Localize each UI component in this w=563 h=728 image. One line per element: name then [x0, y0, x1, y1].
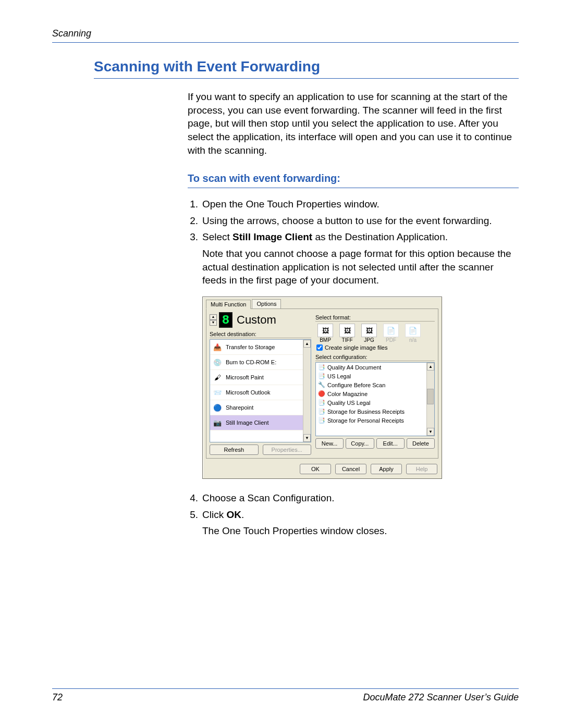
- scrollbar[interactable]: ▲ ▼: [303, 340, 311, 442]
- format-label: JPG: [364, 337, 374, 343]
- scroll-up-icon[interactable]: ▲: [427, 363, 434, 371]
- cfg-item[interactable]: 🔧 Configure Before Scan 🔒: [316, 380, 434, 389]
- button-name-label: Custom: [237, 313, 276, 327]
- bmp-icon: 🖼: [317, 324, 333, 337]
- dest-item-label: Burn to CD-ROM E:: [226, 359, 276, 365]
- intro-paragraph: If you want to specify an application to…: [188, 90, 519, 157]
- bold-text: OK: [226, 509, 241, 520]
- checkbox-input[interactable]: [316, 344, 323, 351]
- checkbox-label: Create single image files: [325, 344, 387, 351]
- step-text: Select Still Image Client as the Destina…: [202, 230, 519, 244]
- apply-button[interactable]: Apply: [371, 464, 402, 474]
- format-label: n/a: [409, 337, 417, 343]
- dest-item-label: Sharepoint: [226, 404, 253, 411]
- cfg-label: Quality US Legal: [327, 400, 423, 406]
- format-label: TIFF: [341, 337, 352, 343]
- outlook-icon: 📨: [212, 388, 223, 397]
- dest-item-sharepoint[interactable]: 🔵 Sharepoint: [210, 400, 311, 415]
- step-number: 1.: [188, 198, 202, 211]
- scroll-up-icon[interactable]: ▲: [303, 340, 311, 348]
- format-label: PDF: [386, 337, 396, 343]
- tab-multi-function[interactable]: Multi Function: [206, 300, 251, 309]
- cfg-label: Storage for Personal Receipts: [327, 417, 423, 424]
- step-number: 3.: [188, 230, 202, 244]
- guide-title: DocuMate 272 Scanner User’s Guide: [363, 692, 519, 703]
- dest-item-still-image-client[interactable]: 📷 Still Image Client: [210, 415, 311, 430]
- dest-item-label: Transfer to Storage: [226, 344, 275, 350]
- cancel-button[interactable]: Cancel: [335, 464, 366, 474]
- ok-button[interactable]: OK: [300, 464, 331, 474]
- configuration-list[interactable]: 📑 Quality A4 Document 🔒 📑 US Legal 🔒 🔧 C…: [315, 362, 435, 436]
- dest-item-microsoft-paint[interactable]: 🖌 Microsoft Paint: [210, 370, 311, 385]
- copy-button[interactable]: Copy...: [346, 438, 374, 449]
- step-list-continued: 4. Choose a Scan Configuration. 5. Click…: [188, 491, 519, 521]
- create-single-image-checkbox[interactable]: Create single image files: [316, 344, 435, 351]
- dest-item-label: Still Image Client: [226, 419, 269, 426]
- page-footer: 72 DocuMate 272 Scanner User’s Guide: [52, 688, 519, 703]
- step-note: Note that you cannot choose a page forma…: [202, 247, 519, 287]
- cfg-label: Storage for Business Receipts: [327, 409, 423, 415]
- page-icon: 📑: [318, 417, 325, 424]
- text-fragment: Click: [202, 509, 226, 520]
- spin-up-icon[interactable]: ▲: [210, 314, 217, 320]
- step-result: The One Touch Properties window closes.: [202, 524, 519, 538]
- step-text: Choose a Scan Configuration.: [202, 491, 519, 505]
- step-number: 2.: [188, 214, 202, 228]
- pdf-icon: 📄: [383, 324, 399, 337]
- cfg-label: US Legal: [327, 373, 423, 379]
- jpg-icon: 🖼: [361, 324, 377, 337]
- cd-icon: 💿: [212, 357, 223, 367]
- delete-button[interactable]: Delete: [407, 438, 435, 449]
- format-label: BMP: [320, 337, 331, 343]
- running-header: Scanning: [52, 28, 519, 43]
- label-select-destination: Select destination:: [210, 331, 311, 338]
- tab-options[interactable]: Options: [252, 299, 281, 309]
- page-icon: 📑: [318, 408, 325, 415]
- camera-icon: 📷: [212, 418, 223, 427]
- edit-button[interactable]: Edit...: [376, 438, 405, 449]
- format-bmp[interactable]: 🖼 BMP: [315, 324, 335, 343]
- step-number: 5.: [188, 508, 202, 522]
- cfg-item[interactable]: 📑 Storage for Business Receipts: [316, 407, 434, 416]
- step-text: Using the arrows, choose a button to use…: [202, 214, 519, 228]
- cfg-item[interactable]: 📑 Quality A4 Document 🔒: [316, 363, 434, 372]
- cfg-label: Quality A4 Document: [327, 364, 423, 371]
- step-text: Click OK.: [202, 508, 519, 522]
- format-na: 📄 n/a: [403, 324, 423, 343]
- page-number: 72: [52, 692, 63, 703]
- dest-item-label: Microsoft Outlook: [226, 389, 271, 396]
- page-icon: 📑: [318, 373, 325, 379]
- new-button[interactable]: New...: [315, 438, 344, 449]
- scroll-thumb[interactable]: [427, 389, 434, 404]
- dest-item-label: Microsoft Paint: [226, 374, 264, 380]
- cfg-label: Color Magazine: [327, 391, 423, 397]
- step-list: 1. Open the One Touch Properties window.…: [188, 198, 519, 244]
- properties-button[interactable]: Properties...: [263, 445, 312, 455]
- format-tiff[interactable]: 🖼 TIFF: [337, 324, 357, 343]
- sharepoint-icon: 🔵: [212, 403, 223, 412]
- scrollbar[interactable]: ▲ ▼: [426, 363, 434, 436]
- cfg-item[interactable]: 📑 US Legal 🔒: [316, 372, 434, 380]
- step-text: Open the One Touch Properties window.: [202, 198, 519, 211]
- text-fragment: .: [241, 509, 244, 520]
- refresh-button[interactable]: Refresh: [210, 445, 259, 455]
- dest-item-burn-to-cd[interactable]: 💿 Burn to CD-ROM E:: [210, 355, 311, 370]
- button-number-display: 8: [219, 312, 232, 328]
- button-spinner[interactable]: ▲ ▼: [210, 314, 217, 326]
- dest-item-transfer-to-storage[interactable]: 📥 Transfer to Storage: [210, 340, 311, 355]
- scroll-down-icon[interactable]: ▼: [303, 434, 311, 442]
- spin-down-icon[interactable]: ▼: [210, 320, 217, 326]
- cfg-item[interactable]: 📑 Storage for Personal Receipts: [316, 416, 434, 425]
- help-button[interactable]: Help: [406, 464, 437, 474]
- scroll-down-icon[interactable]: ▼: [427, 428, 434, 436]
- step-number: 4.: [188, 491, 202, 505]
- format-jpg[interactable]: 🖼 JPG: [359, 324, 379, 343]
- dest-item-microsoft-outlook[interactable]: 📨 Microsoft Outlook: [210, 385, 311, 400]
- cfg-item[interactable]: 🔴 Color Magazine 🔒: [316, 389, 434, 398]
- format-pdf: 📄 PDF: [381, 324, 401, 343]
- destination-list[interactable]: 📥 Transfer to Storage 💿 Burn to CD-ROM E…: [210, 339, 311, 442]
- page-icon: 📑: [318, 364, 325, 371]
- cfg-item[interactable]: 📑 Quality US Legal 🔒: [316, 398, 434, 407]
- page-icon: 📑: [318, 399, 325, 406]
- label-select-configuration: Select configuration:: [315, 354, 435, 361]
